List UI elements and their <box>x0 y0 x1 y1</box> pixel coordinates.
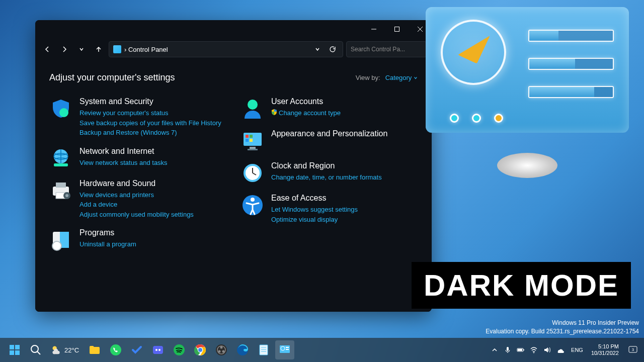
svg-rect-34 <box>10 350 14 355</box>
maximize-button[interactable] <box>385 20 409 38</box>
category-link[interactable]: Let Windows suggest settings <box>271 205 418 215</box>
onedrive-icon[interactable] <box>556 346 564 354</box>
svg-rect-65 <box>518 349 522 351</box>
category-link[interactable]: View network status and tasks <box>79 158 226 168</box>
mic-icon[interactable] <box>504 346 512 354</box>
category-title[interactable]: System and Security <box>79 97 226 106</box>
category-link[interactable]: Add a device <box>79 200 226 210</box>
svg-rect-54 <box>260 345 268 355</box>
category-link[interactable]: Change date, time, or number formats <box>271 172 418 183</box>
obs-icon[interactable] <box>212 340 231 359</box>
edge-icon[interactable] <box>233 340 252 359</box>
svg-point-17 <box>52 241 61 250</box>
whatsapp-icon[interactable] <box>106 340 125 359</box>
minimize-button[interactable] <box>362 20 385 38</box>
category-title[interactable]: Ease of Access <box>271 194 418 203</box>
user-icon <box>241 97 264 120</box>
categories-grid: System and Security Review your computer… <box>49 97 418 251</box>
taskbar: 22°C ENG 5:10 PM 10/31/2022 3 <box>0 338 644 362</box>
category-title[interactable]: Clock and Region <box>271 161 418 170</box>
breadcrumb: › Control Panel <box>124 46 308 53</box>
view-by-label: View by: <box>356 74 380 81</box>
uac-shield-icon <box>271 109 277 115</box>
dark-mode-overlay-text: DARK MODE <box>412 262 631 309</box>
content-area: Adjust your computer's settings View by:… <box>35 60 432 312</box>
category-link[interactable]: Adjust commonly used mobility settings <box>79 210 226 220</box>
category-user-accounts: User Accounts Change account type <box>241 97 418 120</box>
category-link[interactable]: Change account type <box>271 108 418 118</box>
tray-expand-icon[interactable] <box>491 346 499 354</box>
up-button[interactable] <box>92 42 106 56</box>
category-link[interactable]: Save backup copies of your files with Fi… <box>79 118 226 128</box>
svg-point-50 <box>220 346 223 349</box>
category-link[interactable]: View devices and printers <box>79 190 226 200</box>
svg-rect-11 <box>56 183 66 188</box>
address-bar[interactable]: › Control Panel <box>109 41 343 57</box>
printer-icon <box>49 179 72 202</box>
svg-rect-25 <box>248 149 258 150</box>
svg-point-41 <box>155 349 157 351</box>
discord-icon[interactable] <box>148 340 168 359</box>
svg-rect-35 <box>15 350 20 355</box>
start-button[interactable] <box>5 340 24 359</box>
category-title[interactable]: Hardware and Sound <box>79 179 226 188</box>
svg-text:3: 3 <box>632 347 634 352</box>
toolbar: › Control Panel <box>35 38 432 60</box>
category-title[interactable]: Network and Internet <box>79 147 226 156</box>
back-button[interactable] <box>40 42 54 56</box>
svg-point-47 <box>198 348 202 352</box>
notepad-icon[interactable] <box>254 340 273 359</box>
shield-icon <box>49 97 72 120</box>
control-panel-window: › Control Panel Adjust your computer's s… <box>35 20 432 312</box>
category-link[interactable]: Optimize visual display <box>271 215 418 225</box>
svg-point-14 <box>65 194 68 197</box>
category-title[interactable]: Appearance and Personalization <box>271 129 418 138</box>
category-link[interactable]: Uninstall a program <box>79 239 226 249</box>
svg-rect-22 <box>246 139 249 142</box>
language-indicator[interactable]: ENG <box>571 347 583 353</box>
svg-rect-32 <box>10 345 14 349</box>
forward-button[interactable] <box>57 42 71 56</box>
windows-watermark: Windows 11 Pro Insider Preview Evaluatio… <box>486 319 639 336</box>
category-link[interactable]: Review your computer's status <box>79 108 226 118</box>
category-system-security: System and Security Review your computer… <box>49 97 226 138</box>
refresh-button[interactable] <box>327 43 339 55</box>
svg-point-31 <box>251 198 255 202</box>
spotify-icon[interactable] <box>170 340 189 359</box>
svg-point-51 <box>218 350 221 353</box>
category-link[interactable]: Backup and Restore (Windows 7) <box>79 128 226 138</box>
category-title[interactable]: Programs <box>79 228 226 237</box>
search-taskbar-icon[interactable] <box>26 340 45 359</box>
programs-icon <box>49 228 72 251</box>
notification-center-icon[interactable]: 3 <box>627 344 639 356</box>
svg-point-66 <box>533 352 534 353</box>
svg-point-6 <box>59 108 68 117</box>
address-dropdown-icon[interactable] <box>311 43 324 55</box>
volume-icon[interactable] <box>543 346 551 354</box>
weather-widget[interactable]: 22°C <box>47 345 83 355</box>
content-header: Adjust your computer's settings View by:… <box>49 72 418 83</box>
control-panel-taskbar-icon[interactable] <box>275 340 294 359</box>
search-bar[interactable] <box>346 41 427 57</box>
category-title[interactable]: User Accounts <box>271 97 418 106</box>
svg-rect-23 <box>250 139 253 142</box>
category-programs: Programs Uninstall a program <box>49 228 226 251</box>
history-dropdown-button[interactable] <box>74 42 89 56</box>
svg-rect-24 <box>250 147 256 149</box>
clock[interactable]: 5:10 PM 10/31/2022 <box>587 343 623 356</box>
chrome-icon[interactable] <box>191 340 210 359</box>
svg-rect-64 <box>523 349 524 350</box>
category-network-internet: Network and Internet View network status… <box>49 147 226 170</box>
clock-icon <box>241 161 264 185</box>
svg-line-37 <box>37 351 40 354</box>
svg-rect-9 <box>54 163 68 166</box>
search-input[interactable] <box>351 46 426 53</box>
svg-rect-61 <box>286 349 289 350</box>
view-by: View by: Category <box>356 74 418 81</box>
wifi-icon[interactable] <box>530 346 538 354</box>
todo-icon[interactable] <box>127 340 146 359</box>
view-by-dropdown[interactable]: Category <box>385 74 418 81</box>
file-explorer-icon[interactable] <box>85 340 104 359</box>
svg-rect-40 <box>153 346 163 354</box>
battery-icon[interactable] <box>517 346 525 354</box>
